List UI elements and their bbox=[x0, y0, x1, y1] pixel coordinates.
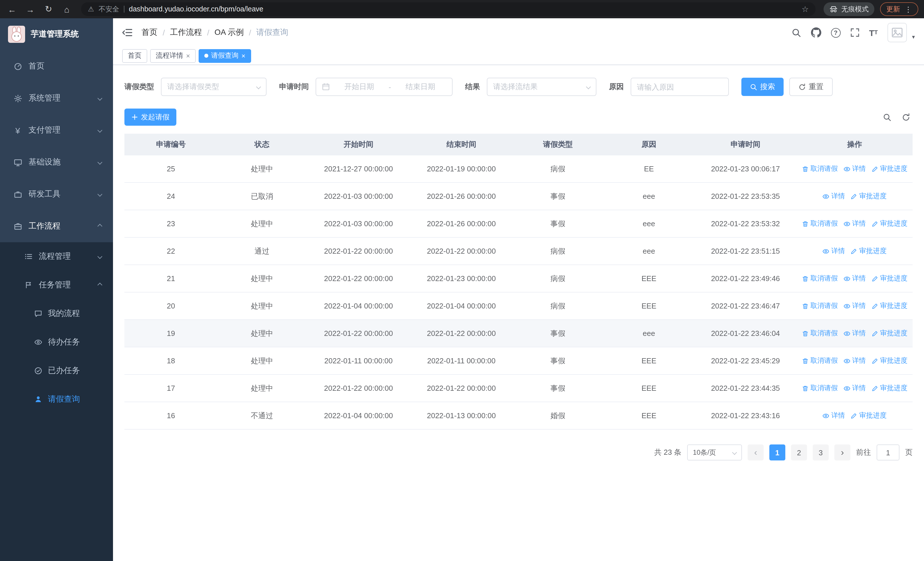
date-range-picker[interactable]: 开始日期 - 结束日期 bbox=[316, 78, 453, 96]
sidebar-collapse-icon[interactable] bbox=[122, 27, 132, 38]
help-icon[interactable]: ? bbox=[831, 28, 840, 38]
prev-page-button[interactable]: ‹ bbox=[748, 444, 764, 460]
sidebar-item-home[interactable]: 首页 bbox=[0, 50, 113, 82]
page-button-1[interactable]: 1 bbox=[770, 444, 785, 460]
github-icon[interactable] bbox=[811, 27, 821, 38]
sidebar-item-my-processes[interactable]: 我的流程 bbox=[0, 299, 113, 328]
approval-progress-link[interactable]: 审批进度 bbox=[872, 384, 908, 393]
search-icon[interactable] bbox=[791, 28, 801, 38]
table-row[interactable]: 19 处理中 2022-01-22 00:00:00 2022-01-22 00… bbox=[124, 320, 913, 347]
sidebar-item-infra[interactable]: 基础设施 bbox=[0, 146, 113, 178]
bookmark-star-icon[interactable]: ☆ bbox=[802, 5, 809, 14]
browser-menu-icon[interactable]: ⋮ bbox=[904, 5, 912, 14]
approval-progress-link[interactable]: 审批进度 bbox=[872, 356, 908, 365]
detail-link[interactable]: 详情 bbox=[823, 246, 845, 256]
sidebar-item-leave-query[interactable]: 请假查询 bbox=[0, 385, 113, 414]
sidebar-item-workflow[interactable]: 工作流程 bbox=[0, 210, 113, 242]
close-icon[interactable]: × bbox=[242, 52, 245, 59]
sidebar-item-system[interactable]: 系统管理 bbox=[0, 82, 113, 114]
cancel-leave-link[interactable]: 取消请假 bbox=[802, 356, 838, 365]
sidebar-item-devtools[interactable]: 研发工具 bbox=[0, 178, 113, 210]
result-select[interactable]: 请选择流结果 bbox=[487, 78, 596, 96]
table-row[interactable]: 22 通过 2022-01-22 00:00:00 2022-01-22 00:… bbox=[124, 238, 913, 265]
sidebar-item-task-mgmt[interactable]: 任务管理 bbox=[0, 271, 113, 299]
detail-link[interactable]: 详情 bbox=[843, 384, 866, 393]
sidebar-item-todo-tasks[interactable]: 待办任务 bbox=[0, 328, 113, 356]
refresh-table-icon[interactable] bbox=[902, 113, 910, 122]
browser-home-icon[interactable]: ⌂ bbox=[60, 3, 73, 15]
detail-link[interactable]: 详情 bbox=[823, 411, 845, 420]
table-row[interactable]: 21 处理中 2022-01-22 00:00:00 2022-01-23 00… bbox=[124, 265, 913, 292]
page-button-2[interactable]: 2 bbox=[791, 444, 807, 460]
detail-link[interactable]: 详情 bbox=[823, 191, 845, 201]
end-date-input[interactable]: 结束日期 bbox=[394, 82, 446, 92]
approval-progress-link[interactable]: 审批进度 bbox=[872, 274, 908, 283]
tab-leave-query[interactable]: 请假查询 × bbox=[199, 49, 251, 63]
approval-progress-link[interactable]: 审批进度 bbox=[850, 191, 886, 201]
table-row[interactable]: 20 处理中 2022-01-04 00:00:00 2022-01-04 00… bbox=[124, 292, 913, 320]
check-circle-icon bbox=[33, 367, 44, 375]
detail-link[interactable]: 详情 bbox=[843, 356, 866, 365]
cancel-leave-link[interactable]: 取消请假 bbox=[802, 384, 838, 393]
reset-button[interactable]: 重置 bbox=[789, 78, 832, 96]
leave-type-select[interactable]: 请选择请假类型 bbox=[161, 78, 267, 96]
update-button[interactable]: 更新 bbox=[886, 4, 900, 14]
table-row[interactable]: 18 处理中 2022-01-11 00:00:00 2022-01-11 00… bbox=[124, 347, 913, 375]
approval-progress-link[interactable]: 审批进度 bbox=[872, 219, 908, 229]
browser-reload-icon[interactable]: ↻ bbox=[42, 3, 55, 15]
detail-link[interactable]: 详情 bbox=[843, 301, 866, 311]
security-label[interactable]: 不安全 bbox=[99, 4, 119, 14]
breadcrumb-item[interactable]: 工作流程 bbox=[170, 27, 202, 38]
create-leave-button[interactable]: 发起请假 bbox=[124, 108, 176, 126]
breadcrumb-item[interactable]: 首页 bbox=[141, 27, 158, 38]
table-row[interactable]: 24 已取消 2022-01-03 00:00:00 2022-01-26 00… bbox=[124, 183, 913, 210]
table-row[interactable]: 17 处理中 2022-01-22 00:00:00 2022-01-22 00… bbox=[124, 375, 913, 402]
detail-link[interactable]: 详情 bbox=[843, 274, 866, 283]
start-date-input[interactable]: 开始日期 bbox=[333, 82, 385, 92]
goto-page-input[interactable] bbox=[877, 444, 900, 460]
page-size-select[interactable]: 10条/页 bbox=[687, 444, 742, 460]
fullscreen-icon[interactable] bbox=[850, 28, 859, 37]
sidebar-item-payment[interactable]: ¥ 支付管理 bbox=[0, 114, 113, 146]
address-bar[interactable]: ⚠ 不安全 dashboard.yudao.iocoder.cn/bpm/oa/… bbox=[81, 2, 816, 16]
page-button-3[interactable]: 3 bbox=[813, 444, 829, 460]
approval-progress-link[interactable]: 审批进度 bbox=[872, 164, 908, 174]
approval-progress-link[interactable]: 审批进度 bbox=[872, 301, 908, 311]
table-row[interactable]: 25 处理中 2021-12-27 00:00:00 2022-01-19 00… bbox=[124, 155, 913, 183]
cancel-leave-link[interactable]: 取消请假 bbox=[802, 301, 838, 311]
tab-process-detail[interactable]: 流程详情 × bbox=[150, 49, 196, 63]
cancel-leave-link[interactable]: 取消请假 bbox=[802, 219, 838, 229]
cancel-leave-link[interactable]: 取消请假 bbox=[802, 328, 838, 338]
toggle-search-icon[interactable] bbox=[883, 113, 891, 122]
avatar[interactable] bbox=[888, 23, 907, 42]
cancel-leave-link[interactable]: 取消请假 bbox=[802, 164, 838, 174]
sidebar-item-done-tasks[interactable]: 已办任务 bbox=[0, 356, 113, 385]
search-button[interactable]: 搜索 bbox=[741, 78, 784, 96]
approval-progress-link[interactable]: 审批进度 bbox=[850, 246, 886, 256]
cell-apply-id: 20 bbox=[124, 302, 218, 310]
sidebar-item-label: 首页 bbox=[28, 61, 102, 71]
table-row[interactable]: 23 处理中 2022-01-03 00:00:00 2022-01-26 00… bbox=[124, 210, 913, 238]
approval-progress-link[interactable]: 审批进度 bbox=[872, 328, 908, 338]
table-row[interactable]: 16 不通过 2022-01-04 00:00:00 2022-01-13 00… bbox=[124, 402, 913, 430]
font-size-icon[interactable]: TT bbox=[869, 28, 878, 37]
close-icon[interactable]: × bbox=[186, 52, 190, 59]
detail-link[interactable]: 详情 bbox=[843, 164, 866, 174]
approval-progress-link[interactable]: 审批进度 bbox=[850, 411, 886, 420]
chevron-down-icon bbox=[98, 96, 102, 101]
chevron-down-icon bbox=[732, 450, 737, 455]
next-page-button[interactable]: › bbox=[834, 444, 850, 460]
sidebar-item-process-mgmt[interactable]: 流程管理 bbox=[0, 242, 113, 271]
tab-home[interactable]: 首页 bbox=[122, 49, 147, 63]
detail-link[interactable]: 详情 bbox=[843, 219, 866, 229]
browser-back-icon[interactable]: ← bbox=[6, 3, 18, 15]
workflow-submenu: 流程管理 任务管理 我的流程 待办任务 已办 bbox=[0, 242, 113, 414]
address-divider bbox=[124, 6, 124, 12]
breadcrumb-item[interactable]: OA 示例 bbox=[214, 27, 244, 38]
browser-forward-icon[interactable]: → bbox=[24, 3, 36, 15]
cancel-leave-link[interactable]: 取消请假 bbox=[802, 274, 838, 283]
reason-input[interactable] bbox=[631, 78, 729, 96]
avatar-caret-icon[interactable]: ▾ bbox=[912, 34, 915, 42]
url-text[interactable]: dashboard.yudao.iocoder.cn/bpm/oa/leave bbox=[129, 5, 263, 13]
detail-link[interactable]: 详情 bbox=[843, 328, 866, 338]
